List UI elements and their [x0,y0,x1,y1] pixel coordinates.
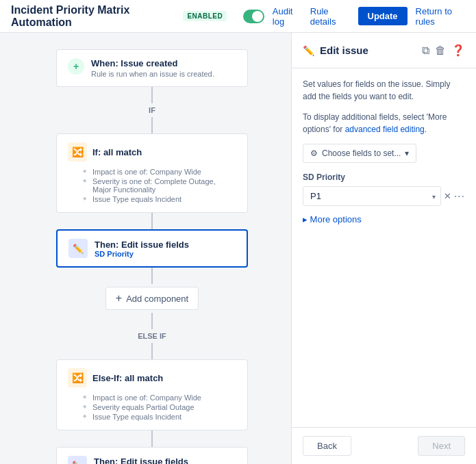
main-layout: + When: Issue created Rule is run when a… [0,33,476,464]
action-icon-2: ✏️ [68,456,87,464]
copy-icon[interactable]: ⧉ [422,44,429,57]
condition-header-1: 🔀 If: all match [68,142,236,162]
add-component-button-1[interactable]: + Add component [105,287,199,310]
enabled-toggle[interactable] [243,10,264,23]
delete-icon[interactable]: 🗑 [435,44,446,57]
canvas-inner: + When: Issue created Rule is run when a… [22,49,282,464]
choose-fields-button[interactable]: ⚙ Choose fields to set... ▾ [303,144,416,163]
automation-canvas: + When: Issue created Rule is run when a… [0,33,291,464]
trigger-text: When: Issue created Rule is run when an … [91,58,214,78]
trigger-card[interactable]: + When: Issue created Rule is run when a… [56,49,248,87]
action-card-2[interactable]: ✏️ Then: Edit issue fields SD Priority [56,447,248,464]
condition-title-1: If: all match [92,147,142,157]
action-subtitle-1: SD Priority [95,250,189,258]
plus-icon-1: + [116,292,122,305]
return-to-rules-link[interactable]: Return to rules [416,6,465,27]
connector-line-3 [151,213,153,229]
connector-line-4 [151,268,153,284]
trigger-title: When: Issue created [91,58,214,68]
add-component-label-1: Add component [126,294,188,304]
panel-description-2: To display additional fields, select 'Mo… [303,111,465,136]
panel-title: Edit issue [320,44,368,56]
rule-details-link[interactable]: Rule details [310,6,350,27]
panel-header: ✏️ Edit issue ⧉ 🗑 ❓ [292,33,476,68]
more-field-options-icon[interactable]: ··· [454,190,465,203]
if-label: IF [145,105,160,116]
sd-priority-label: SD Priority [303,172,465,182]
audit-log-link[interactable]: Audit log [273,6,302,27]
action-title-2: Then: Edit issue fields [94,456,188,465]
condition-card-1[interactable]: 🔀 If: all match Impact is one of: Compan… [56,133,248,213]
edit-issue-panel: ✏️ Edit issue ⧉ 🗑 ❓ Set values for field… [291,33,476,464]
panel-header-actions: ⧉ 🗑 ❓ [422,44,465,57]
panel-body: Set values for fields on the issue. Simp… [292,68,476,427]
condition-item: Issue Type equals Incident [92,412,236,422]
connector-line-5 [151,313,153,329]
condition-item: Issue Type equals Incident [92,194,236,204]
condition-item: Severity equals Partial Outage [92,402,236,412]
else-if-label-1: ELSE IF [134,331,171,341]
header-actions: Audit log Rule details Update Return to … [243,6,465,27]
action-text-2: Then: Edit issue fields SD Priority [94,456,188,465]
condition-icon-2: 🔀 [68,368,87,387]
page-title: Incident Priority Matrix Automation [11,4,175,29]
chevron-down-icon: ▾ [405,149,409,158]
sd-priority-input-row: P1 P2 P3 P4 ▾ ✕ ··· [303,186,465,206]
condition-item: Severity is one of: Complete Outage, Maj… [92,177,236,194]
action-text-1: Then: Edit issue fields SD Priority [95,240,189,258]
trigger-subtitle: Rule is run when an issue is created. [91,70,214,78]
more-options-toggle[interactable]: ▸ More options [303,214,465,224]
action-card-1[interactable]: ✏️ Then: Edit issue fields SD Priority [56,229,248,268]
condition-items-1: Impact is one of: Company Wide Severity … [68,167,236,204]
condition-header-2: 🔀 Else-If: all match [68,368,236,387]
gear-icon: ⚙ [310,149,318,158]
next-button: Next [418,436,465,456]
choose-fields-label: Choose fields to set... [322,149,401,158]
update-button[interactable]: Update [358,7,408,25]
help-icon[interactable]: ❓ [451,44,465,57]
condition-card-2[interactable]: 🔀 Else-If: all match Impact is one of: C… [56,359,248,430]
connector-line-7 [151,430,153,447]
app-header: Incident Priority Matrix Automation ENAB… [0,0,476,33]
condition-item: Impact is one of: Company Wide [92,393,236,402]
back-button[interactable]: Back [303,436,351,456]
action-icon-1: ✏️ [68,239,88,258]
action-title-1: Then: Edit issue fields [95,240,189,250]
panel-footer: Back Next [292,427,476,464]
connector-line-2 [151,117,153,133]
edit-icon: ✏️ [303,45,314,56]
condition-items-2: Impact is one of: Company Wide Severity … [68,393,236,422]
panel-title-area: ✏️ Edit issue [303,44,368,56]
sd-priority-select[interactable]: P1 P2 P3 P4 [303,186,441,206]
connector-line-1 [151,87,153,103]
connector-line-6 [151,343,153,359]
condition-item: Impact is one of: Company Wide [92,167,236,177]
trigger-icon: + [68,58,84,75]
panel-description-1: Set values for fields on the issue. Simp… [303,78,465,103]
enabled-badge: ENABLED [183,11,227,21]
condition-title-2: Else-If: all match [92,373,163,383]
sd-priority-select-wrapper: P1 P2 P3 P4 ▾ [303,186,441,206]
clear-field-icon[interactable]: ✕ [444,191,451,201]
advanced-field-editing-link[interactable]: advanced field editing. [345,125,427,134]
condition-icon-1: 🔀 [68,142,87,162]
